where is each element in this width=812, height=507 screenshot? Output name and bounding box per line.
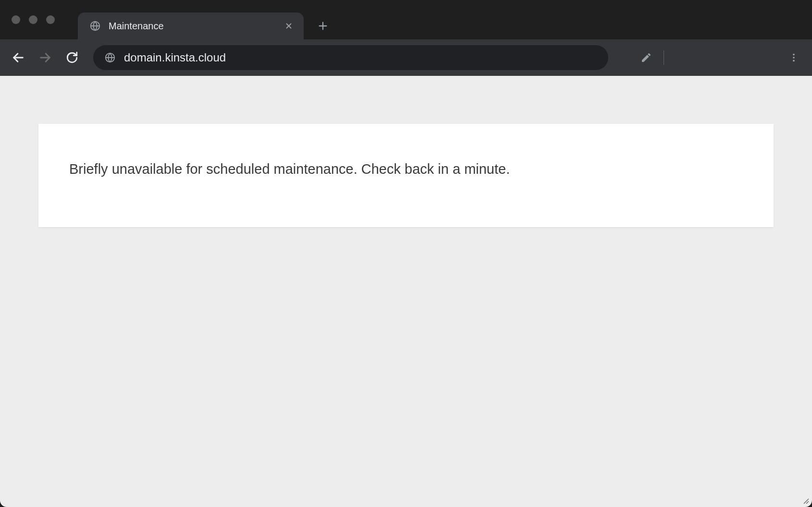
- resize-corner-icon: [801, 496, 809, 504]
- edit-icon[interactable]: [635, 46, 658, 69]
- content-card: Briefly unavailable for scheduled mainte…: [38, 124, 774, 227]
- svg-point-10: [793, 60, 795, 62]
- window-close-button[interactable]: [12, 15, 20, 24]
- svg-line-11: [804, 499, 809, 504]
- toolbar-right: [635, 46, 805, 69]
- browser-tab[interactable]: Maintenance: [78, 12, 304, 39]
- globe-icon: [89, 20, 101, 32]
- window-maximize-button[interactable]: [46, 15, 55, 24]
- globe-icon: [105, 52, 115, 63]
- page-viewport: Briefly unavailable for scheduled mainte…: [0, 76, 812, 507]
- window-minimize-button[interactable]: [29, 15, 37, 24]
- tab-title: Maintenance: [109, 21, 276, 32]
- svg-point-8: [793, 54, 795, 56]
- reload-button[interactable]: [61, 46, 84, 69]
- maintenance-message: Briefly unavailable for scheduled mainte…: [69, 159, 743, 179]
- menu-button[interactable]: [782, 46, 805, 69]
- tab-strip: Maintenance: [78, 0, 333, 39]
- window-titlebar: Maintenance: [0, 0, 812, 39]
- forward-button[interactable]: [34, 46, 57, 69]
- svg-point-9: [793, 57, 795, 59]
- svg-line-12: [806, 501, 809, 504]
- close-tab-button[interactable]: [283, 21, 294, 31]
- url-input[interactable]: [124, 51, 597, 64]
- traffic-lights: [12, 15, 55, 24]
- browser-toolbar: [0, 39, 812, 76]
- toolbar-separator: [664, 50, 664, 65]
- new-tab-button[interactable]: [312, 15, 333, 36]
- back-button[interactable]: [7, 46, 30, 69]
- address-bar[interactable]: [93, 45, 608, 70]
